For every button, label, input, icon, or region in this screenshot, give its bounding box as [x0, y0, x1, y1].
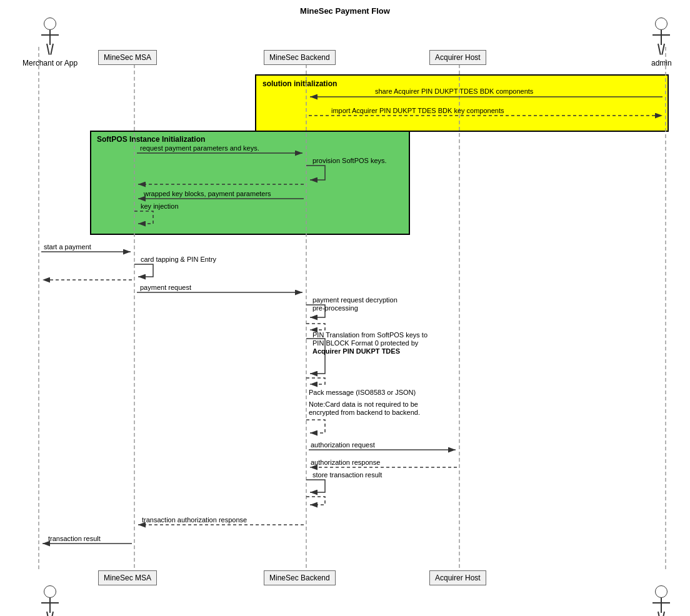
lifeline-box-backend-top: MineSec Backend: [264, 50, 336, 65]
svg-text:authorization response: authorization response: [311, 459, 380, 466]
svg-text:request payment parameters and: request payment parameters and keys.: [140, 144, 259, 152]
svg-text:PIN Translation from SoftPOS k: PIN Translation from SoftPOS keys to: [312, 331, 428, 339]
actor-head: [655, 17, 668, 30]
svg-text:share Acquirer PIN DUKPT TDES : share Acquirer PIN DUKPT TDES BDK compon…: [375, 87, 534, 95]
page-title: MineSec Payment Flow: [0, 6, 690, 16]
svg-text:store transaction result: store transaction result: [312, 471, 382, 479]
diagram: MineSec Payment Flow solution initializa…: [0, 0, 690, 616]
svg-rect-5: [91, 131, 409, 234]
svg-text:wrapped key blocks, payment pa: wrapped key blocks, payment parameters: [143, 190, 271, 197]
svg-text:key injection: key injection: [141, 202, 179, 210]
actor-head: [44, 585, 56, 598]
lifeline-box-acquirer-top: Acquirer Host: [429, 50, 486, 65]
actor-head: [655, 585, 668, 598]
svg-text:pre-processing: pre-processing: [312, 304, 358, 312]
lifeline-box-msa-top: MineSec MSA: [98, 50, 157, 65]
lifeline-box-acquirer-bottom: Acquirer Host: [429, 570, 486, 585]
svg-text:payment request: payment request: [140, 284, 191, 291]
actor-merchant-bottom: Merchant or App: [22, 585, 78, 616]
actor-admin-bottom: admin: [651, 585, 672, 616]
actor-admin-top: admin: [651, 17, 672, 67]
actor-label: Merchant or App: [22, 59, 78, 67]
svg-text:encrypted from backend to back: encrypted from backend to backend.: [309, 409, 420, 416]
svg-text:Pack message (ISO8583 or JSON): Pack message (ISO8583 or JSON): [309, 389, 416, 396]
lifeline-box-msa-bottom: MineSec MSA: [98, 570, 157, 585]
actor-head: [44, 17, 56, 30]
lifeline-box-backend-bottom: MineSec Backend: [264, 570, 336, 585]
svg-text:Acquirer PIN DUKPT TDES: Acquirer PIN DUKPT TDES: [312, 347, 400, 355]
svg-text:authorization request: authorization request: [311, 441, 375, 449]
svg-text:transaction result: transaction result: [48, 535, 101, 542]
svg-text:Note:Card data is not required: Note:Card data is not required to be: [309, 400, 418, 408]
svg-text:payment request decryption: payment request decryption: [312, 296, 398, 304]
actor-label: admin: [651, 59, 672, 67]
svg-rect-3: [256, 75, 668, 131]
svg-text:SoftPOS Instance Initializatio: SoftPOS Instance Initialization: [97, 135, 205, 144]
svg-text:import Acquirer PIN DUKPT TDES: import Acquirer PIN DUKPT TDES BDK key c…: [331, 107, 504, 114]
svg-text:card tapping & PIN Entry: card tapping & PIN Entry: [141, 256, 217, 263]
svg-text:transaction authorization resp: transaction authorization response: [142, 516, 247, 524]
actor-merchant-top: Merchant or App: [22, 17, 78, 67]
svg-text:PIN BLOCK Format 0 protected b: PIN BLOCK Format 0 protected by: [312, 339, 419, 347]
svg-text:solution initialization: solution initialization: [262, 79, 337, 88]
svg-text:provision SoftPOS keys.: provision SoftPOS keys.: [312, 157, 387, 164]
svg-text:start a payment: start a payment: [44, 243, 91, 251]
